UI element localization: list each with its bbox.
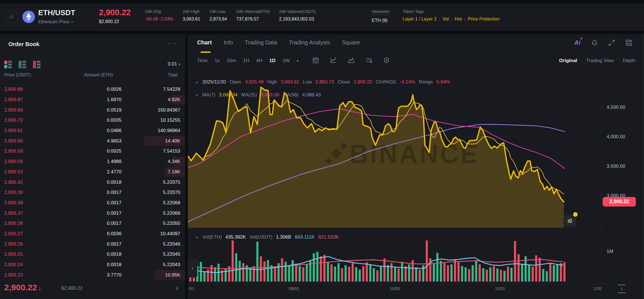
token-tag-link[interactable]: Price Protection [468,17,499,22]
target-marker-icon[interactable] [382,56,390,64]
networks-block[interactable]: Networks ETH (9) [372,9,389,23]
tab-trading-analysis[interactable]: Trading Analysis [289,39,330,46]
history-calendar-icon[interactable] [312,56,319,64]
col-total: Total [168,73,177,78]
fit-scale-icon[interactable]: ↕ [618,285,626,293]
order-book-ask-row[interactable]: 2,900.730.003510.15255 [0,115,185,126]
tab-square[interactable]: Square [342,39,360,46]
precision-selector[interactable]: 0.01▾ [168,61,180,67]
order-book-ask-row[interactable]: 2,900.280.00175.22050 [0,218,185,229]
price-axis[interactable]: 4,500.004,000.003,500.003,000.00 1M 2,90… [601,70,644,283]
ask-amount: 0.0017 [61,200,121,206]
ask-total: 5.22075 [121,180,180,185]
external-link-icon: ↗ [70,20,73,24]
order-book-ask-row[interactable]: 2,900.871.69704.92K [0,95,185,105]
ask-amount: 4.9653 [61,138,121,144]
time-axis[interactable]: /0109/0110/0111/0112/0 [188,283,601,294]
legend-item: 1.306B [276,234,291,240]
interval-1h[interactable]: 1H [243,58,249,64]
collapse-ohlc-icon[interactable]: ∨ [195,80,198,84]
interval-4h[interactable]: 4H [256,58,262,64]
ask-amount: 0.0017 [61,241,121,247]
book-view-sell-icon[interactable] [33,61,40,68]
order-book-ask-row[interactable]: 2,900.840.0519150.84367 [0,105,185,115]
order-book-ask-row[interactable]: 2,900.370.00175.22066 [0,208,185,218]
indicator-settings-icon[interactable] [365,56,373,64]
legend-item: 643.111K [295,234,314,240]
token-tags-row: Layer 1 / Layer 2|Vol|Hot|Price Protecti… [403,17,499,22]
stat-value: 2,873.64 [210,17,227,22]
order-book-ask-row[interactable]: 2,900.250.00185.22045 [0,249,185,260]
order-book-ask-row[interactable]: 2,900.880.00267.54228 [0,84,185,95]
order-book-ask-row[interactable]: 2,900.380.00175.22068 [0,198,185,208]
interval-1s[interactable]: 1s [215,58,220,64]
notification-bell-icon[interactable] [591,39,598,47]
legend-item: 4,088.43 [302,92,321,98]
order-book-ask-row[interactable]: 2,900.590.00257.54153 [0,146,185,157]
header-usd-price: $2,900.22 [99,19,131,24]
overlay-chart-icon[interactable] [347,56,355,64]
interval-dropdown-icon[interactable]: ▾ [297,59,299,63]
interval-1d[interactable]: 1D [269,58,276,64]
order-book-controls: 0.01▾ [0,60,185,71]
order-book-ask-row[interactable]: 2,900.581.49884.34K [0,157,185,167]
order-book-ask-row[interactable]: 2,900.532.47707.18K [0,167,185,177]
ask-total: 5.22043 [121,262,180,268]
ask-price: 2,900.27 [4,231,61,237]
order-book-ask-row[interactable]: 2,900.610.0486140.96964 [0,126,185,136]
coin-price-link[interactable]: Ethereum Price↗ [38,19,75,24]
view-depth[interactable]: Depth [623,58,636,64]
ask-amount: 0.0519 [61,107,121,113]
legend-item: 3,065.34 [219,92,238,98]
ohlc-legend: ∨2025/11/20Open3,025.48High3,063.61Low2,… [195,79,450,85]
order-book-ask-row[interactable]: 2,900.604.965314.40K [0,136,185,146]
order-book-ask-row[interactable]: 2,900.390.00175.22070 [0,187,185,198]
tab-chart[interactable]: Chart [197,39,212,46]
time-axis-tick: 11/01 [495,286,505,291]
legend-item: 2,883.73 [315,79,334,85]
token-tags-block: Token Tags Layer 1 / Layer 2|Vol|Hot|Pri… [403,9,499,22]
scrollbar[interactable] [642,34,644,299]
token-tags-label: Token Tags [403,9,499,14]
stat-label: 24h High [183,9,200,14]
ai-assistant-icon[interactable]: Ai✦ [573,39,581,47]
fullscreen-expand-icon[interactable] [608,39,616,47]
token-tag-link[interactable]: Layer 1 / Layer 2 [403,17,436,22]
token-tag-link[interactable]: Hot [455,17,462,22]
interval-time[interactable]: Time [197,58,208,64]
view-original[interactable]: Original [559,58,577,64]
collapse-vol-icon[interactable]: ∨ [195,235,198,239]
view-trading-view[interactable]: Trading View [586,58,614,64]
col-amount: Amount (ETH) [84,73,113,78]
apps-grid-icon[interactable] [625,39,633,47]
favorite-star-button[interactable]: ☆ [6,11,17,23]
book-view-buy-icon[interactable] [19,61,26,68]
order-book-menu-icon[interactable]: ··· [168,39,177,47]
book-view-both-icon[interactable] [4,61,12,68]
ask-total: 5.22045 [121,252,180,257]
depth-bar [165,167,185,177]
tab-trading-data[interactable]: Trading Data [245,39,277,46]
order-book-ask-row[interactable]: 2,900.240.00185.22043 [0,260,185,270]
order-book-ask-row[interactable]: 2,900.420.00185.22075 [0,177,185,187]
ticker-stat: 24h Low2,873.64 [210,9,227,22]
collapse-ma-icon[interactable]: ∨ [195,93,198,97]
ask-amount: 1.4988 [61,159,121,164]
networks-value: ETH (9) [372,18,389,23]
order-book-ask-row[interactable]: 2,900.233.777010.95K [0,270,185,280]
order-book-ask-row[interactable]: 2,900.260.00175.22046 [0,239,185,249]
tab-info[interactable]: Info [224,39,233,46]
interval-1w[interactable]: 1W [282,58,290,64]
expand-panel-button[interactable]: › [188,259,197,278]
chevron-right-icon[interactable]: › [176,283,178,292]
token-tag-link[interactable]: Vol [442,17,449,22]
ask-price: 2,900.87 [4,97,61,103]
interval-15m[interactable]: 15m [227,58,236,64]
legend-item: 2,900.22 [353,79,372,85]
legend-item: Range [419,79,433,85]
order-book-ask-row[interactable]: 2,900.270.003610.44097 [0,229,185,239]
news-feed-icon[interactable] [563,215,576,227]
chart-style-icon[interactable] [329,56,337,64]
chart-toolbar: Time 1s 15m 1H 4H 1D 1W ▾ [188,54,644,70]
time-axis-tick: /01 [189,286,195,291]
